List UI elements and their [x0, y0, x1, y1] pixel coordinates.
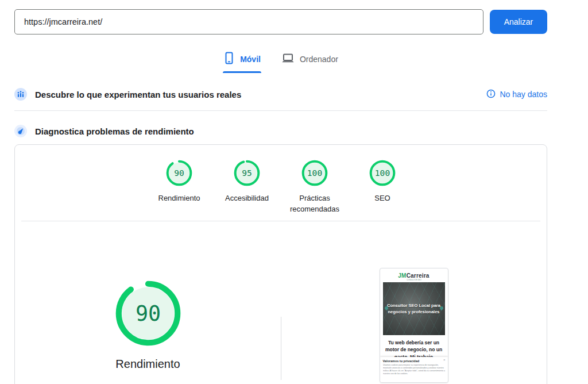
score-performance[interactable]: 90 Rendimiento [152, 160, 207, 221]
screenshot-panel: JMCarreira CONSULTOR SEO Consultor SEO L… [281, 221, 547, 384]
lab-data-section-header: Diagnostica problemas de rendimiento [14, 125, 547, 137]
seo-gauge: 100 [369, 160, 396, 186]
hero-text: Consultor SEO Local para negocios y prof… [387, 302, 441, 316]
tab-mobile[interactable]: Móvil [223, 51, 261, 73]
score-label: SEO [374, 193, 390, 204]
score-label: Prácticas recomendadas [287, 193, 342, 215]
vertical-divider [281, 317, 281, 380]
device-tabs: Móvil Ordenador [14, 51, 547, 73]
site-screenshot-thumbnail: JMCarreira CONSULTOR SEO Consultor SEO L… [380, 268, 448, 383]
score-label: Accesibilidad [225, 193, 269, 204]
svg-text:90: 90 [135, 301, 160, 326]
score-label: Rendimiento [158, 193, 200, 204]
analyze-button[interactable]: Analizar [490, 10, 547, 34]
performance-big-gauge: 90 [115, 280, 181, 347]
site-hero-image: Consultor SEO Local para negocios y prof… [383, 282, 445, 335]
category-scores-row: 90 Rendimiento 95 Accesibilidad 100 Prác… [15, 145, 547, 221]
field-data-title: Descubre lo que experimentan tus usuario… [35, 90, 241, 99]
active-tab-underline [223, 71, 261, 73]
big-gauge-panel: 90 Rendimiento [15, 221, 281, 384]
svg-text:100: 100 [375, 168, 390, 178]
site-logo: JMCarreira [380, 268, 448, 279]
info-icon [486, 89, 496, 100]
performance-detail-row: 90 Rendimiento JMCarreira CONSULTOR SEO … [15, 221, 547, 384]
performance-gauge: 90 [166, 160, 192, 186]
real-users-icon [14, 88, 27, 101]
svg-text:90: 90 [174, 168, 184, 178]
score-best-practices[interactable]: 100 Prácticas recomendadas [287, 160, 342, 221]
best-practices-gauge: 100 [301, 160, 328, 186]
cookie-banner: Valoramos tu privacidad × Usamos cookies… [380, 357, 448, 382]
pagespeed-insights-page: Analizar Móvil [0, 0, 547, 384]
tab-desktop[interactable]: Ordenador [281, 51, 339, 73]
url-input[interactable] [14, 9, 483, 34]
score-seo[interactable]: 100 SEO [355, 160, 410, 221]
site-tagline: CONSULTOR SEO [397, 279, 431, 280]
svg-text:100: 100 [307, 168, 322, 178]
lighthouse-results-card: 90 Rendimiento 95 Accesibilidad 100 Prác… [14, 144, 547, 384]
smartphone-icon [223, 52, 235, 66]
score-accessibility[interactable]: 95 Accesibilidad [219, 160, 274, 221]
svg-text:95: 95 [242, 168, 252, 178]
no-data-label: No hay datos [500, 90, 548, 99]
field-data-section-header: Descubre lo que experimentan tus usuario… [14, 88, 547, 101]
section-divider [14, 110, 547, 111]
tab-mobile-label: Móvil [240, 55, 261, 64]
lab-data-title: Diagnostica problemas de rendimiento [35, 126, 194, 136]
accessibility-gauge: 95 [234, 160, 260, 186]
big-gauge-label: Rendimiento [115, 358, 180, 371]
cookie-title: Valoramos tu privacidad [383, 359, 445, 363]
tab-desktop-label: Ordenador [300, 55, 338, 64]
close-icon: × [443, 358, 446, 362]
url-bar-row: Analizar [14, 9, 547, 34]
cookie-text: Usamos cookies para mejorar su experienc… [383, 364, 445, 375]
no-data-status[interactable]: No hay datos [486, 89, 548, 100]
lighthouse-gauge-icon [14, 125, 27, 137]
laptop-icon [281, 52, 295, 66]
